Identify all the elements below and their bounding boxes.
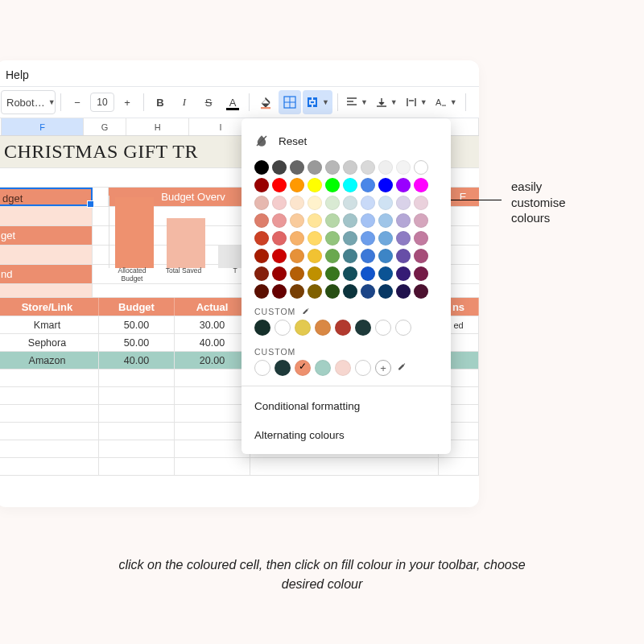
color-swatch[interactable] [396, 196, 411, 210]
col-store[interactable]: Store/Link [0, 298, 99, 316]
add-custom-color-button[interactable]: + [375, 360, 391, 376]
bold-button[interactable]: B [149, 90, 171, 114]
color-swatch[interactable] [343, 213, 357, 228]
color-swatch[interactable] [254, 213, 269, 228]
color-swatch[interactable] [325, 160, 340, 175]
color-swatch[interactable] [272, 178, 287, 192]
color-swatch[interactable] [414, 266, 428, 281]
color-swatch[interactable] [295, 320, 311, 336]
color-swatch[interactable] [308, 249, 322, 263]
color-swatch[interactable] [308, 213, 322, 228]
color-swatch[interactable] [254, 266, 269, 281]
cell-budget[interactable]: 50.00 [99, 334, 175, 351]
fill-color-button[interactable] [254, 90, 277, 114]
color-swatch[interactable] [290, 178, 304, 192]
color-swatch[interactable] [414, 178, 428, 192]
color-swatch[interactable] [396, 178, 411, 192]
table-row[interactable] [0, 458, 479, 476]
color-swatch[interactable] [254, 249, 269, 263]
cell[interactable] [93, 188, 109, 206]
font-size-input[interactable]: 10 [90, 93, 114, 112]
color-swatch[interactable] [343, 266, 357, 281]
color-swatch[interactable] [308, 160, 322, 175]
color-swatch[interactable] [308, 231, 322, 246]
color-swatch[interactable] [325, 213, 340, 228]
col-header-F[interactable]: F [2, 118, 84, 135]
color-swatch[interactable] [254, 196, 269, 210]
section-header-cell[interactable]: E [447, 188, 479, 206]
color-swatch[interactable] [308, 178, 322, 192]
horizontal-align-button[interactable]: ▼ [343, 90, 371, 114]
color-swatch[interactable] [378, 178, 393, 192]
cell-actual[interactable]: 20.00 [175, 352, 250, 369]
color-swatch[interactable] [272, 266, 287, 281]
value-cell[interactable] [0, 246, 93, 264]
conditional-formatting-button[interactable]: Conditional formatting [242, 391, 451, 420]
color-swatch[interactable] [290, 284, 304, 299]
vertical-align-button[interactable]: ▼ [373, 90, 401, 114]
color-swatch[interactable] [414, 213, 428, 228]
color-swatch[interactable] [395, 320, 411, 336]
color-swatch[interactable] [396, 284, 411, 299]
color-swatch[interactable] [275, 360, 291, 376]
merge-cells-button[interactable]: ▼ [303, 90, 332, 114]
text-rotation-button[interactable]: A ▼ [432, 90, 460, 114]
col-actual[interactable]: Actual [175, 298, 250, 316]
color-swatch[interactable] [343, 231, 357, 246]
total-budget-header-cell[interactable]: dget [0, 188, 93, 206]
color-swatch[interactable] [414, 231, 428, 246]
color-swatch[interactable] [290, 213, 304, 228]
color-swatch[interactable] [272, 196, 287, 210]
color-swatch[interactable] [254, 284, 269, 299]
cell-actual[interactable]: 40.00 [175, 334, 250, 351]
value-cell[interactable] [0, 207, 93, 225]
menu-help[interactable]: Help [6, 68, 29, 81]
color-swatch[interactable] [290, 249, 304, 263]
color-swatch[interactable] [361, 284, 375, 299]
color-swatch[interactable] [290, 231, 304, 246]
reset-fill-button[interactable]: Reset [242, 126, 451, 155]
color-swatch[interactable] [290, 160, 304, 175]
color-swatch[interactable] [315, 320, 331, 336]
color-swatch[interactable] [396, 231, 411, 246]
color-swatch[interactable] [325, 266, 340, 281]
color-swatch[interactable] [343, 249, 357, 263]
color-swatch[interactable] [295, 360, 311, 376]
color-swatch[interactable] [361, 231, 375, 246]
color-swatch[interactable] [414, 160, 428, 175]
color-swatch[interactable] [308, 196, 322, 210]
color-swatch[interactable] [325, 178, 340, 192]
col-header-H[interactable]: H [126, 118, 189, 135]
color-swatch[interactable] [315, 360, 331, 376]
color-swatch[interactable] [272, 284, 287, 299]
color-swatch[interactable] [396, 266, 411, 281]
color-swatch[interactable] [378, 213, 393, 228]
col-budget[interactable]: Budget [99, 298, 175, 316]
color-swatch[interactable] [308, 284, 322, 299]
eyedropper-icon[interactable] [300, 307, 310, 316]
color-swatch[interactable] [254, 178, 269, 192]
color-swatch[interactable] [355, 320, 371, 336]
font-family-select[interactable]: Robot… ▼ [1, 90, 56, 114]
cell-store[interactable]: Amazon [0, 352, 99, 369]
color-swatch[interactable] [361, 213, 375, 228]
color-swatch[interactable] [272, 213, 287, 228]
cell-actual[interactable]: 30.00 [175, 316, 250, 333]
cell-budget[interactable]: 50.00 [99, 316, 175, 333]
color-swatch[interactable] [414, 284, 428, 299]
color-swatch[interactable] [290, 266, 304, 281]
color-swatch[interactable] [378, 231, 393, 246]
spend-header-cell[interactable]: nd [0, 265, 93, 283]
color-swatch[interactable] [361, 160, 375, 175]
color-swatch[interactable] [343, 160, 357, 175]
budget-header-cell[interactable]: get [0, 226, 93, 245]
color-swatch[interactable] [378, 284, 393, 299]
color-swatch[interactable] [254, 320, 270, 336]
color-swatch[interactable] [361, 266, 375, 281]
color-swatch[interactable] [361, 196, 375, 210]
color-swatch[interactable] [355, 360, 371, 376]
text-color-button[interactable]: A [221, 90, 244, 114]
color-swatch[interactable] [272, 249, 287, 263]
color-swatch[interactable] [254, 231, 269, 246]
color-swatch[interactable] [325, 284, 340, 299]
